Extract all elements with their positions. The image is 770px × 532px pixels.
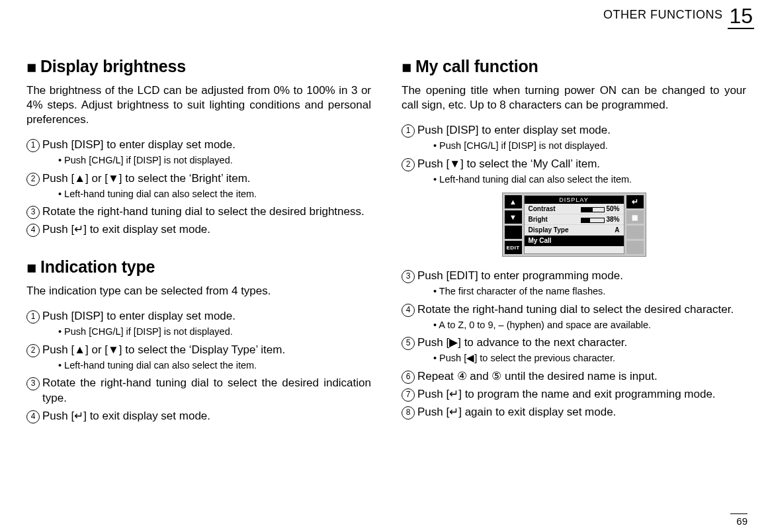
- step-number-icon: 3: [26, 377, 40, 390]
- step-number-icon: 4: [402, 304, 415, 317]
- step-text: Push [EDIT] to enter programming mode.: [417, 269, 623, 282]
- step-note: Push [CHG/L] if [DISP] is not displayed.: [58, 154, 371, 167]
- lcd-enter-button: ↵: [626, 195, 644, 208]
- lcd-row-label: My Call: [529, 237, 552, 244]
- right-column: ■My call function The opening title when…: [402, 57, 746, 427]
- step-number-icon: 1: [402, 124, 415, 138]
- step-note: Push [CHG/L] if [DISP] is not displayed.: [58, 326, 371, 339]
- step-note: Left-hand tuning dial can also select th…: [433, 173, 746, 187]
- step-number-icon: 4: [26, 410, 40, 423]
- step-number-icon: 3: [402, 270, 415, 283]
- step-text: Rotate the right-hand tuning dial to sel…: [42, 205, 364, 218]
- step: 3Push [EDIT] to enter programming mode. …: [402, 269, 746, 298]
- section-label: OTHER FUNCTIONS: [603, 8, 723, 22]
- step-number-icon: 2: [26, 344, 40, 357]
- lcd-left-buttons: ▲ ▼ EDIT: [505, 195, 522, 254]
- step-number-icon: 3: [26, 206, 40, 219]
- step: 1Push [DISP] to enter display set mode. …: [26, 309, 371, 339]
- lcd-right-buttons: ↵ ▦: [626, 195, 644, 254]
- step-note: Push [◀] to select the previous characte…: [433, 352, 746, 365]
- step-note: Left-hand tuning dial can also select th…: [58, 188, 371, 201]
- step-text: Push [▲] or [▼] to select the ‘Bright’ i…: [42, 172, 251, 185]
- step-number-icon: 5: [402, 337, 415, 350]
- steps-my-call-top: 1Push [DISP] to enter display set mode. …: [402, 123, 746, 186]
- lcd-row-label: Bright: [529, 216, 548, 223]
- step: 1Push [DISP] to enter display set mode. …: [26, 138, 371, 167]
- step-text: Push [↵] again to exit display set mode.: [417, 406, 616, 418]
- step: 2Push [▼] to select the ‘My Call’ item. …: [402, 157, 746, 187]
- lcd-row-label: Contrast: [529, 205, 556, 212]
- heading-display-brightness: ■Display brightness: [26, 57, 371, 77]
- slider-bar-icon: [581, 207, 605, 212]
- lcd-down-button: ▼: [505, 210, 522, 224]
- lcd-row-bright: Bright 38%: [525, 214, 624, 225]
- intro-display-brightness: The brightness of the LCD can be adjuste…: [26, 83, 371, 127]
- square-bullet-icon: ■: [26, 58, 36, 77]
- step: 5Push [▶] to advance to the next charact…: [402, 335, 746, 365]
- step-number-icon: 1: [26, 310, 40, 324]
- step-note: The first character of the name flashes.: [433, 285, 746, 298]
- heading-indication-type: ■Indication type: [26, 257, 371, 277]
- page-number: 69: [730, 513, 748, 527]
- step-text: Push [↵] to exit display set mode.: [42, 410, 210, 422]
- step-text: Rotate the right-hand tuning dial to sel…: [42, 377, 371, 404]
- step-text: Push [▲] or [▼] to select the ‘Display T…: [42, 343, 285, 356]
- down-triangle-icon: ▼: [509, 213, 517, 221]
- step: 2Push [▲] or [▼] to select the ‘Bright’ …: [26, 171, 371, 201]
- lcd-screen: DISPLAY Contrast 50% Bright 38% Display …: [524, 195, 624, 254]
- step-note: A to Z, 0 to 9, – (hyphen) and space are…: [433, 319, 746, 332]
- step-number-icon: 2: [402, 158, 415, 171]
- step-note: Left-hand tuning dial can also select th…: [58, 359, 371, 373]
- lcd-title: DISPLAY: [525, 196, 624, 204]
- step: 2Push [▲] or [▼] to select the ‘Display …: [26, 343, 371, 373]
- step-text: Push [▶] to advance to the next characte…: [417, 336, 627, 349]
- lcd-row-contrast: Contrast 50%: [525, 204, 624, 214]
- lcd-grey-button: [626, 241, 644, 254]
- step-text: Push [↵] to exit display set mode.: [42, 223, 210, 236]
- page-header: OTHER FUNCTIONS 15: [603, 5, 754, 29]
- intro-my-call: The opening title when turning power ON …: [402, 83, 746, 112]
- slider-bar-icon: [581, 218, 605, 223]
- lcd-illustration: ▲ ▼ EDIT DISPLAY Contrast 50% Bright 38%…: [402, 193, 746, 257]
- step-number-icon: 6: [402, 371, 415, 384]
- step: 4Push [↵] to exit display set mode.: [26, 409, 371, 424]
- step-text: Push [↵] to program the name and exit pr…: [417, 388, 716, 400]
- lcd-edit-button: EDIT: [505, 241, 522, 254]
- lcd-row-value: 50%: [606, 205, 619, 212]
- step-number-icon: 2: [26, 173, 40, 186]
- step-text: Repeat ④ and ⑤ until the desired name is…: [417, 370, 658, 382]
- heading-text: My call function: [415, 57, 538, 75]
- step: 4Rotate the right-hand tuning dial to se…: [402, 302, 746, 332]
- heading-text: Display brightness: [40, 57, 186, 75]
- step-text: Push [DISP] to enter display set mode.: [42, 310, 235, 322]
- step-text: Push [DISP] to enter display set mode.: [417, 124, 611, 136]
- edit-label: EDIT: [506, 245, 519, 251]
- lcd-grey-button: [626, 226, 644, 239]
- square-bullet-icon: ■: [26, 258, 36, 277]
- step: 7Push [↵] to program the name and exit p…: [402, 387, 746, 402]
- step-text: Rotate the right-hand tuning dial to sel…: [417, 303, 734, 316]
- step-number-icon: 1: [26, 139, 40, 152]
- lcd-row-label: Display Type: [529, 226, 569, 234]
- step-number-icon: 7: [402, 388, 415, 402]
- left-column: ■Display brightness The brightness of th…: [26, 57, 371, 427]
- steps-display-brightness: 1Push [DISP] to enter display set mode. …: [26, 138, 371, 238]
- chapter-number: 15: [728, 5, 754, 29]
- lcd-row-value: 38%: [606, 216, 619, 223]
- steps-my-call-bottom: 3Push [EDIT] to enter programming mode. …: [402, 269, 746, 420]
- enter-icon: ↵: [632, 197, 638, 206]
- lcd-row-display-type: Display TypeA: [525, 225, 624, 236]
- lcd-row-value: A: [615, 226, 619, 234]
- step: 4Push [↵] to exit display set mode.: [26, 222, 371, 238]
- lcd-row-my-call: My Call: [525, 236, 624, 246]
- square-bullet-icon: ■: [402, 58, 411, 77]
- steps-indication-type: 1Push [DISP] to enter display set mode. …: [26, 309, 371, 424]
- step: 3Rotate the right-hand tuning dial to se…: [26, 376, 371, 406]
- step: 1Push [DISP] to enter display set mode. …: [402, 123, 746, 153]
- step-note: Push [CHG/L] if [DISP] is not displayed.: [433, 140, 746, 153]
- lcd-blank-button: [505, 226, 522, 239]
- up-triangle-icon: ▲: [509, 198, 517, 206]
- heading-my-call-function: ■My call function: [402, 57, 746, 77]
- step: 6Repeat ④ and ⑤ until the desired name i…: [402, 369, 746, 384]
- step-text: Push [DISP] to enter display set mode.: [42, 138, 235, 151]
